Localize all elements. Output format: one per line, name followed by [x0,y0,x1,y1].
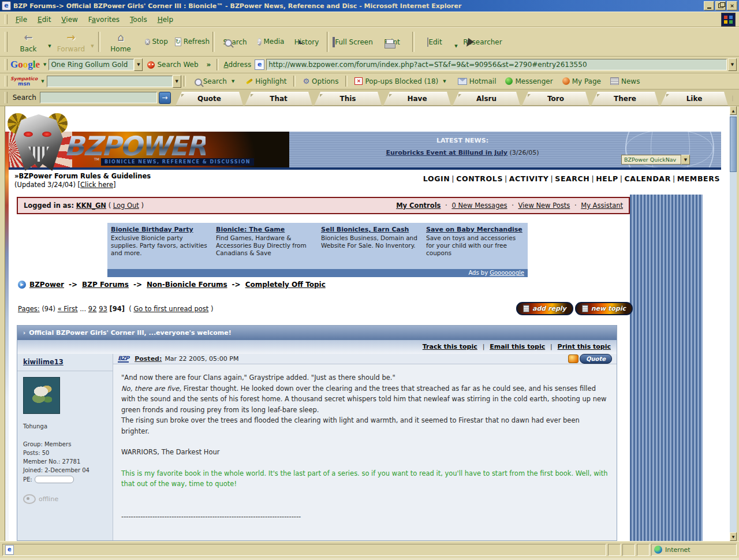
quick-search-input[interactable] [40,92,157,103]
search-go-button[interactable]: → [159,92,171,104]
restore-button[interactable] [715,1,726,10]
msn-search-input[interactable] [47,76,173,87]
post-author-link[interactable]: kiwilime13 [17,354,113,371]
scroll-down-arrow[interactable]: ▼ [730,532,737,541]
tab-there[interactable]: There [591,92,659,106]
tab-like[interactable]: Like [660,92,728,106]
google-logo[interactable]: Google [10,59,40,70]
page-93-link[interactable]: 93 [99,305,107,313]
minimize-button[interactable] [704,1,714,10]
back-button[interactable]: ← Back [10,31,46,53]
quote-button[interactable]: Quote [568,354,612,364]
menu-tools[interactable]: Tools [125,14,152,25]
google-ads-link[interactable]: Goooooogle [490,270,524,276]
google-history-dropdown[interactable]: ▼ [134,58,143,71]
nav-activity[interactable]: ACTIVITY [509,174,549,183]
quicknav-dropdown-arrow[interactable]: ▼ [681,155,690,165]
search-button[interactable]: Search [217,38,253,46]
nav-help[interactable]: HELP [596,174,618,183]
edit-dropdown[interactable]: ▼ [453,36,460,48]
add-reply-button[interactable]: add reply [516,302,573,315]
my-page-button[interactable]: My Page [562,77,601,85]
vertical-scrollbar[interactable]: ▲ ▼ [730,106,737,541]
ad-title-link[interactable]: Save on Baby Merchandise [426,226,524,233]
ad-title-link[interactable]: Sell Bionicles, Earn Cash [321,226,419,233]
first-unread-link[interactable]: Go to first unread post [133,305,208,313]
view-new-posts-link[interactable]: View New Posts [518,201,570,210]
msn-search-options-dropdown[interactable]: ▼ [229,79,237,84]
crumb-off-topic[interactable]: Completely Off Topic [245,281,326,289]
home-button[interactable]: ⌂ Home [103,31,139,53]
nav-login[interactable]: LOGIN [423,174,450,183]
page-92-link[interactable]: 92 [88,305,97,313]
crumb-bzpower[interactable]: BZPower [29,281,64,289]
google-search-input[interactable] [48,59,134,70]
scroll-up-arrow[interactable]: ▲ [730,106,737,115]
username-link[interactable]: KKN_GN [76,201,106,210]
email-topic-link[interactable]: Email this topic [490,343,545,350]
messenger-button[interactable]: Messenger [505,77,553,85]
toolbar-grip[interactable] [5,32,8,51]
first-page-link[interactable]: « First [58,305,78,313]
toolbar-grip[interactable] [5,92,8,103]
forward-button[interactable]: → Forward [53,31,89,53]
tab-alsru[interactable]: Alsru [453,92,520,106]
google-dropdown[interactable]: ▼ [41,62,48,67]
crumb-bzp-forums[interactable]: BZP Forums [82,281,129,289]
history-button[interactable]: History [289,38,324,46]
sympatico-msn-logo[interactable]: Sympatico msn [10,77,38,86]
hotmail-button[interactable]: Hotmail [458,77,497,85]
nav-members[interactable]: MEMBERS [677,174,720,183]
print-button[interactable]: Print [374,38,410,46]
ad-title-link[interactable]: Bionicle Birthday Party [111,226,209,233]
my-assistant-link[interactable]: My Assistant [581,201,623,210]
toolbar-grip[interactable] [5,59,8,70]
print-topic-link[interactable]: Print this topic [558,343,611,350]
news-link[interactable]: Eurobricks Event at Billund in July [386,149,507,156]
ad-title-link[interactable]: Bionicle: The Game [216,226,314,233]
tab-that[interactable]: That [245,92,312,106]
popup-blocker-button[interactable]: × Pop-ups Blocked (18) ▼ [354,77,448,85]
nav-calendar[interactable]: CALENDAR [625,174,671,183]
msn-search-dropdown[interactable]: ▼ [173,75,181,88]
pages-label-link[interactable]: Pages: [18,305,40,313]
media-button[interactable]: ♪ Media [253,37,289,47]
tab-have[interactable]: Have [383,92,451,106]
menu-help[interactable]: Help [152,14,178,25]
tab-toro[interactable]: Toro [522,92,589,106]
address-input[interactable] [266,59,727,70]
options-button[interactable]: ⚙ Options [303,77,338,85]
scrollbar-thumb[interactable] [730,117,737,172]
rules-click-here-link[interactable]: Click here [80,181,113,189]
forward-dropdown[interactable]: ▼ [89,36,96,48]
highlight-button[interactable]: Highlight [246,77,286,85]
my-controls-link[interactable]: My Controls [396,201,441,210]
new-topic-button[interactable]: new topic [575,302,633,315]
menu-file[interactable]: File [10,14,32,25]
fullscreen-button[interactable]: Full Screen [331,38,374,46]
address-dropdown[interactable]: ▼ [728,58,737,71]
msn-search-button[interactable]: Search ▼ [193,77,237,85]
title-bar[interactable]: e BZP Forums-> Official BZPower Girls' C… [0,0,739,12]
toolbar-grip[interactable] [5,14,8,25]
tab-quote[interactable]: Quote [176,92,243,106]
refresh-button[interactable]: ↻ Refresh [174,37,210,47]
researcher-button[interactable]: Researcher [460,38,506,46]
toolbar-overflow-chevron[interactable]: » [207,61,211,69]
quicknav-select[interactable]: BZPower QuickNav ▼ [621,155,690,165]
logout-link[interactable]: Log Out [113,201,139,210]
news-button[interactable]: News [610,77,640,85]
back-dropdown[interactable]: ▼ [46,36,53,48]
popup-dropdown[interactable]: ▼ [441,79,448,84]
nav-search[interactable]: SEARCH [555,174,589,183]
new-messages-link[interactable]: 0 New Messages [451,201,507,210]
menu-edit[interactable]: Edit [32,14,56,25]
menu-view[interactable]: View [56,14,83,25]
toolbar-grip[interactable] [5,76,8,87]
nav-controls[interactable]: CONTROLS [456,174,503,183]
tab-this[interactable]: This [314,92,382,106]
menu-favorites[interactable]: Favorites [83,14,125,25]
track-topic-link[interactable]: Track this topic [423,343,477,350]
msn-logo-dropdown[interactable]: ▼ [39,79,46,84]
search-web-button[interactable]: Search Web [147,61,198,69]
